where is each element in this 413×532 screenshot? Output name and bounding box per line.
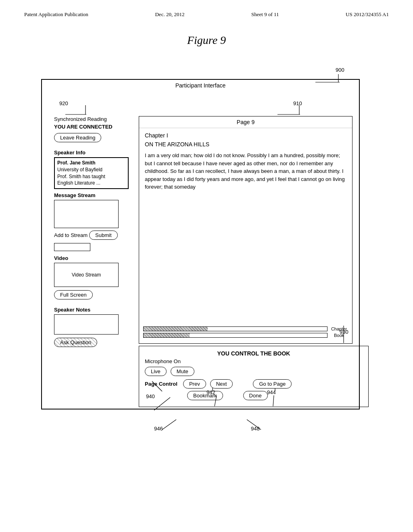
speaker-taught: Prof. Smith has taught [57, 173, 125, 180]
header-right: US 2012/324355 A1 [346, 11, 389, 18]
microphone-buttons: Live Mute [145, 367, 363, 376]
reading-text: I am a very old man; how old I do not kn… [145, 152, 346, 191]
ref-942: 942 [206, 389, 215, 395]
bookmark-button[interactable]: Bookmark [187, 391, 223, 400]
control-title: YOU CONTROL THE BOOK [145, 350, 363, 357]
patent-header: Patent Application Publication Dec. 20, … [0, 0, 413, 22]
right-panel: Page 9 Chapter I ON THE ARIZONA HILLS I … [139, 116, 353, 344]
book-progress-bar [143, 333, 327, 338]
done-button[interactable]: Done [243, 391, 268, 400]
microphone-label: Microphone On [145, 358, 363, 364]
figure-title: Figure 9 [0, 34, 413, 47]
ref-948: 948 [251, 426, 260, 432]
live-button[interactable]: Live [145, 367, 167, 376]
page-title: Page 9 [139, 116, 352, 128]
connected-label: YOU ARE CONNECTED [54, 124, 129, 130]
ref-930: 930 [340, 329, 348, 335]
stream-input[interactable] [54, 243, 90, 251]
header-middle: Dec. 20, 2012 [155, 11, 184, 18]
speaker-notes-header: Speaker Notes [54, 307, 129, 313]
leave-reading-button[interactable]: Leave Reading [54, 133, 101, 142]
sync-reading-label: Synchronized Reading [54, 116, 129, 122]
speaker-info-header: Speaker Info [54, 150, 129, 156]
message-stream-box [54, 200, 119, 228]
video-stream-box: Video Stream [54, 263, 119, 287]
add-to-stream-row: Add to Stream Submit [54, 231, 129, 240]
ref-944: 944 [267, 389, 276, 395]
page-control-label: Page Control [145, 381, 177, 387]
page-control-row: Page Control Prev Next Go to Page [145, 379, 363, 389]
control-panel: YOU CONTROL THE BOOK Microphone On Live … [139, 346, 369, 407]
progress-area: Chapter Book [143, 326, 348, 339]
speaker-subject: English Literature ... [57, 180, 125, 187]
speaker-info-box: Prof. Jane Smith University of Bayfield … [54, 157, 129, 189]
book-progress-row: Book [143, 333, 348, 338]
interface-title: Participant Interface [42, 80, 359, 91]
reading-content: Chapter I ON THE ARIZONA HILLS I am a ve… [139, 128, 352, 195]
header-left: Patent Application Publication [24, 11, 88, 18]
main-interface-box: Participant Interface Synchronized Readi… [41, 79, 360, 409]
mute-button[interactable]: Mute [171, 367, 194, 376]
bookmark-row: Bookmark Done [145, 391, 363, 400]
add-to-stream-label: Add to Stream [54, 232, 88, 238]
svg-line-13 [162, 420, 176, 430]
video-header: Video [54, 255, 129, 261]
chapter-progress-row: Chapter [143, 326, 348, 331]
submit-button[interactable]: Submit [89, 231, 117, 240]
chapter-progress-bar [143, 326, 327, 331]
speaker-notes-box [54, 314, 119, 335]
full-screen-button[interactable]: Full Screen [54, 290, 93, 299]
message-stream-header: Message Stream [54, 192, 129, 198]
speaker-university: University of Bayfield [57, 166, 125, 173]
diagram-area: 900 910 920 Participant Interface Synchr… [33, 55, 380, 498]
header-sheet: Sheet 9 of 11 [251, 11, 279, 18]
chapter-title: ON THE ARIZONA HILLS [145, 141, 346, 148]
prev-button[interactable]: Prev [183, 379, 206, 389]
go-to-page-button[interactable]: Go to Page [253, 379, 292, 389]
book-progress-fill [144, 333, 190, 337]
left-panel: Synchronized Reading YOU ARE CONNECTED L… [54, 116, 129, 418]
ref-940: 940 [146, 393, 155, 399]
video-section: Video Video Stream Full Screen [54, 255, 129, 303]
speaker-name: Prof. Jane Smith [57, 160, 125, 166]
video-stream-label: Video Stream [72, 272, 101, 278]
ref-900: 900 [336, 67, 344, 73]
chapter-heading: Chapter I [145, 132, 346, 139]
ask-question-button[interactable]: Ask Question [54, 338, 97, 347]
next-button[interactable]: Next [210, 379, 233, 389]
chapter-progress-fill [144, 327, 208, 331]
ref-946: 946 [154, 426, 163, 432]
